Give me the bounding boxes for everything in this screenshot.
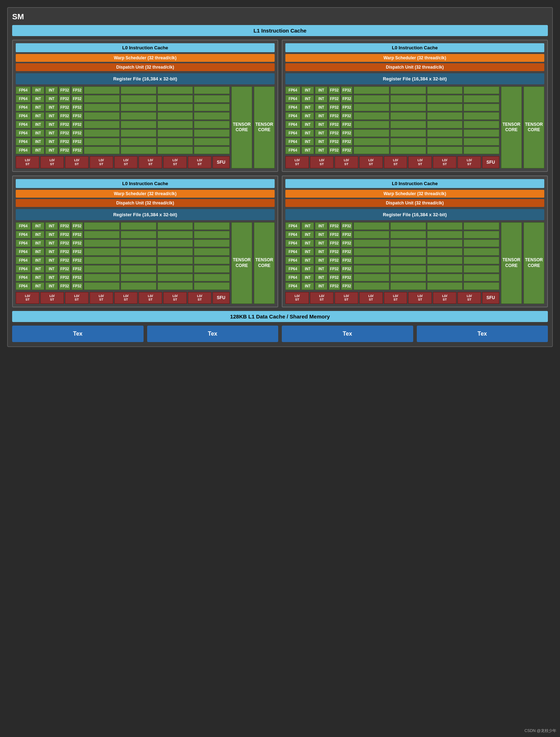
fp32-cell: FP32 [341,104,352,111]
green-cell [84,282,120,290]
core-row-bl-2: FP64 INT INT FP32 FP32 [16,239,230,247]
green-cell [194,274,230,281]
green-cell [121,231,156,238]
green-cell [354,95,389,103]
green-cell [121,112,156,120]
int-cell: INT [32,239,44,247]
green-cell [390,95,426,103]
fp64-cell: FP64 [16,138,31,145]
green-cell [464,129,499,137]
fp32-cell: FP32 [59,257,70,264]
ld-st-cell: LD/ST [16,292,39,304]
int-cell: INT [32,121,44,128]
core-row-tr-5: FP64 INT INT FP32 FP32 [285,129,499,137]
fp32-cell: FP32 [71,121,83,128]
int-cell: INT [32,86,44,94]
fp64-cell: FP64 [285,257,300,264]
green-cell [84,222,120,230]
fp64-cell: FP64 [16,265,31,273]
green-cell [194,147,230,154]
green-cell [194,239,230,247]
fp32-cell: FP32 [341,138,352,145]
fp32-cell: FP32 [329,239,340,247]
green-cell [354,104,389,111]
int-cell: INT [32,265,44,273]
fp64-cell: FP64 [16,248,31,256]
warp-scheduler-br: Warp Scheduler (32 thread/clk) [285,190,544,198]
fp32-cell: FP32 [341,231,352,238]
green-cell [427,147,463,154]
ld-st-cell: LD/ST [335,156,358,168]
dispatch-unit-br: Dispatch Unit (32 thread/clk) [285,199,544,207]
fp32-cell: FP32 [341,257,352,264]
sfu-cell-tr: SFU [482,156,499,168]
int-cell: INT [301,274,314,281]
int-cell: INT [45,274,58,281]
sm-container: SM L1 Instruction Cache L0 Instruction C… [7,7,553,347]
green-cell [464,239,499,247]
tensor-core-1-bl: TENSORCORE [231,222,252,304]
core-row-br-1: FP64 INT INT FP32 FP32 [285,231,499,238]
green-cell [427,231,463,238]
ld-st-row-tl: LD/ST LD/ST LD/ST LD/ST LD/ST LD/ST LD/S… [16,156,230,168]
tensor-core-1-tr: TENSORCORE [501,86,522,168]
int-cell: INT [301,231,314,238]
green-cell [158,104,193,111]
fp64-cell: FP64 [16,104,31,111]
fp32-cell: FP32 [341,239,352,247]
fp32-cell: FP32 [341,282,352,290]
core-row-bl-1: FP64 INT INT FP32 FP32 [16,231,230,238]
green-cell [354,239,389,247]
fp32-cell: FP32 [59,129,70,137]
core-row-bl-0: FP64 INT INT FP32 FP32 [16,222,230,230]
ld-st-cell: LD/ST [188,156,211,168]
core-row-br-6: FP64 INT INT FP32 FP32 [285,274,499,281]
green-cell [84,257,120,264]
tensor-core-2-bl: TENSORCORE [254,222,275,304]
fp64-cell: FP64 [285,129,300,137]
green-cell [390,121,426,128]
green-cell [194,282,230,290]
int-cell: INT [315,95,328,103]
sfu-cell-br: SFU [482,292,499,304]
fp32-cell: FP32 [329,282,340,290]
green-cell [121,274,156,281]
int-cell: INT [32,112,44,120]
core-row-br-5: FP64 INT INT FP32 FP32 [285,265,499,273]
int-cell: INT [32,104,44,111]
fp64-cell: FP64 [285,104,300,111]
green-cell [84,265,120,273]
green-cell [121,104,156,111]
register-file-bl: Register File (16,384 x 32-bit) [16,209,275,220]
fp32-cell: FP32 [59,95,70,103]
green-cell [464,121,499,128]
fp32-cell: FP32 [59,138,70,145]
green-cell [84,121,120,128]
fp32-cell: FP32 [71,222,83,230]
int-cell: INT [32,282,44,290]
green-cell [158,95,193,103]
int-cell: INT [45,138,58,145]
top-left-quadrant: L0 Instruction Cache Warp Scheduler (32 … [12,40,278,172]
tex-cell-3: Tex [282,326,413,342]
int-cell: INT [315,239,328,247]
green-cell [427,121,463,128]
green-cell [354,138,389,145]
int-cell: INT [32,274,44,281]
green-cell [354,147,389,154]
fp64-cell: FP64 [16,231,31,238]
green-cell [84,248,120,256]
ld-st-cell: LD/ST [384,156,408,168]
int-cell: INT [301,95,314,103]
fp64-cell: FP64 [16,129,31,137]
ld-st-cell: LD/ST [163,292,187,304]
compute-area-br: FP64 INT INT FP32 FP32 FP64 INT INT [285,222,544,304]
int-cell: INT [45,248,58,256]
fp32-cell: FP32 [71,138,83,145]
ld-st-row-tr: LD/ST LD/ST LD/ST LD/ST LD/ST LD/ST LD/S… [285,156,499,168]
green-cell [194,138,230,145]
int-cell: INT [315,129,328,137]
green-cell [390,282,426,290]
green-cell [390,147,426,154]
bottom-left-quadrant: L0 Instruction Cache Warp Scheduler (32 … [12,175,278,308]
